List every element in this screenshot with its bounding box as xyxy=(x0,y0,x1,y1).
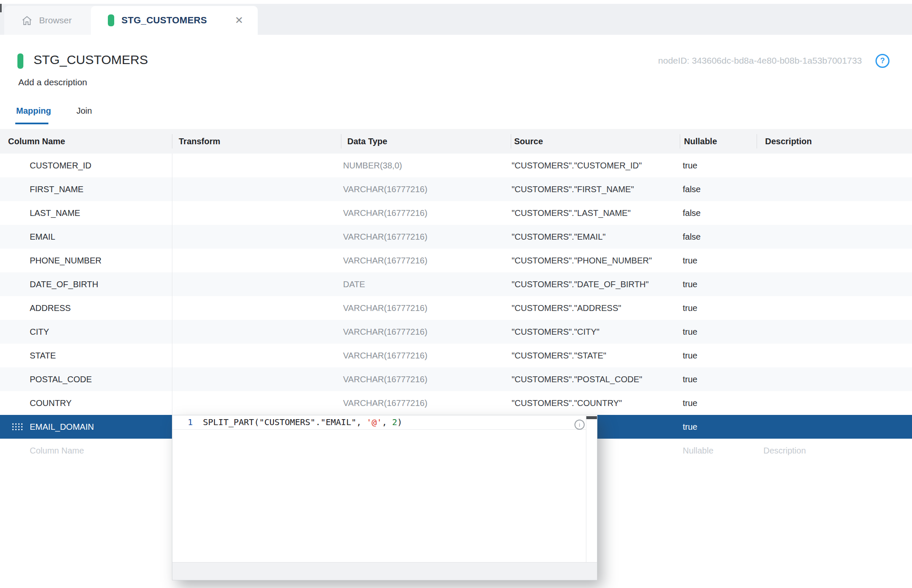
data-type-cell: VARCHAR(16777216) xyxy=(343,177,428,201)
nullable-cell: true xyxy=(683,367,697,391)
nullable-cell: true xyxy=(683,391,697,415)
source-cell: "CUSTOMERS"."ADDRESS" xyxy=(512,296,621,320)
nullable-cell: false xyxy=(683,225,701,249)
info-icon[interactable]: i xyxy=(574,420,585,430)
source-cell: "CUSTOMERS"."EMAIL" xyxy=(512,225,605,249)
table-row[interactable]: CUSTOMER_IDNUMBER(38,0)"CUSTOMERS"."CUST… xyxy=(0,154,912,177)
editor-scrollbar-thumb[interactable] xyxy=(586,416,597,419)
tab-stg-customers-label: STG_CUSTOMERS xyxy=(121,15,207,26)
col-header-source: Source xyxy=(514,129,543,154)
tab-mapping[interactable]: Mapping xyxy=(16,106,51,116)
window-corner xyxy=(0,4,2,12)
data-type-cell: VARCHAR(16777216) xyxy=(343,320,428,344)
source-cell: "CUSTOMERS"."CUSTOMER_ID" xyxy=(512,154,642,177)
nullable-cell: true xyxy=(683,249,697,272)
header-divider xyxy=(511,134,511,148)
nullable-cell: true xyxy=(683,272,697,296)
table-row[interactable]: EMAILVARCHAR(16777216)"CUSTOMERS"."EMAIL… xyxy=(0,225,912,249)
tab-stg-customers[interactable]: STG_CUSTOMERS ✕ xyxy=(91,6,258,35)
column-name-cell: POSTAL_CODE xyxy=(30,367,92,391)
source-cell: "CUSTOMERS"."POSTAL_CODE" xyxy=(512,367,642,391)
nullable-cell: false xyxy=(683,177,701,201)
table-row[interactable]: COUNTRYVARCHAR(16777216)"CUSTOMERS"."COU… xyxy=(0,391,912,415)
col-header-column-name: Column Name xyxy=(8,129,65,154)
code-token: , xyxy=(382,417,392,427)
column-name-cell: EMAIL xyxy=(30,225,55,249)
code-token: 2 xyxy=(392,417,397,427)
table-row[interactable]: CITYVARCHAR(16777216)"CUSTOMERS"."CITY"t… xyxy=(0,320,912,344)
table-body: CUSTOMER_IDNUMBER(38,0)"CUSTOMERS"."CUST… xyxy=(0,154,912,439)
tab-join[interactable]: Join xyxy=(76,106,92,116)
source-cell: "CUSTOMERS"."PHONE_NUMBER" xyxy=(512,249,652,272)
column-name-cell: DATE_OF_BIRTH xyxy=(30,272,99,296)
new-column-description-placeholder: Description xyxy=(763,439,806,462)
editor-scrollbar-track xyxy=(586,415,586,563)
table-row[interactable]: STATEVARCHAR(16777216)"CUSTOMERS"."STATE… xyxy=(0,344,912,367)
tab-browser-label: Browser xyxy=(39,15,72,25)
data-type-cell: NUMBER(38,0) xyxy=(343,154,402,177)
new-column-nullable-placeholder: Nullable xyxy=(683,439,713,462)
column-divider xyxy=(172,154,172,415)
data-type-cell: VARCHAR(16777216) xyxy=(343,249,428,272)
code-token: ) xyxy=(397,417,403,427)
active-tab-underline xyxy=(15,123,48,124)
column-name-cell: STATE xyxy=(30,344,56,367)
table-row[interactable]: DATE_OF_BIRTHDATE"CUSTOMERS"."DATE_OF_BI… xyxy=(0,272,912,296)
transform-editor-popover: 1 SPLIT_PART("CUSTOMERS"."EMAIL", '@', 2… xyxy=(172,415,597,580)
data-type-cell: VARCHAR(16777216) xyxy=(343,367,428,391)
data-type-cell: DATE xyxy=(343,272,365,296)
node-type-icon-large xyxy=(17,53,23,69)
table-header: Column Name Transform Data Type Source N… xyxy=(0,129,912,154)
source-cell: "CUSTOMERS"."STATE" xyxy=(512,344,606,367)
column-name-cell: FIRST_NAME xyxy=(30,177,84,201)
editor-footer xyxy=(172,562,597,580)
table-row[interactable]: POSTAL_CODEVARCHAR(16777216)"CUSTOMERS".… xyxy=(0,367,912,391)
column-name-cell: CITY xyxy=(30,320,49,344)
nullable-cell: true xyxy=(683,296,697,320)
table-row[interactable]: LAST_NAMEVARCHAR(16777216)"CUSTOMERS"."L… xyxy=(0,201,912,225)
column-name-cell: ADDRESS xyxy=(30,296,71,320)
drag-handle-icon xyxy=(12,423,23,431)
new-column-name-placeholder[interactable]: Column Name xyxy=(30,439,84,462)
table-row[interactable]: PHONE_NUMBERVARCHAR(16777216)"CUSTOMERS"… xyxy=(0,249,912,272)
header-divider xyxy=(172,134,172,148)
header-divider xyxy=(341,134,341,148)
drag-handle[interactable] xyxy=(12,423,23,432)
data-type-cell: VARCHAR(16777216) xyxy=(343,225,428,249)
description-placeholder[interactable]: Add a description xyxy=(18,77,87,87)
header-divider xyxy=(757,134,757,148)
col-header-data-type: Data Type xyxy=(347,129,387,154)
table-row[interactable]: ADDRESSVARCHAR(16777216)"CUSTOMERS"."ADD… xyxy=(0,296,912,320)
close-icon[interactable]: ✕ xyxy=(235,15,243,25)
column-name-cell: EMAIL_DOMAIN xyxy=(30,415,94,439)
nullable-cell: true xyxy=(683,320,697,344)
source-cell: "CUSTOMERS"."FIRST_NAME" xyxy=(512,177,634,201)
source-cell: "CUSTOMERS"."DATE_OF_BIRTH" xyxy=(512,272,649,296)
data-type-cell: VARCHAR(16777216) xyxy=(343,344,428,367)
column-name-cell: COUNTRY xyxy=(30,391,72,415)
help-icon[interactable]: ? xyxy=(875,54,889,68)
nullable-cell: true xyxy=(683,344,697,367)
source-cell: "CUSTOMERS"."COUNTRY" xyxy=(512,391,622,415)
tab-bar: Browser STG_CUSTOMERS ✕ xyxy=(0,4,912,35)
source-cell: "CUSTOMERS"."CITY" xyxy=(512,320,600,344)
active-line-separator xyxy=(172,429,586,430)
code-line: SPLIT_PART("CUSTOMERS"."EMAIL", '@', 2) xyxy=(203,415,403,429)
code-token: SPLIT_PART("CUSTOMERS"."EMAIL", xyxy=(203,417,366,427)
node-type-icon xyxy=(108,14,114,26)
code-token: '@' xyxy=(366,417,382,427)
home-icon xyxy=(21,15,33,26)
data-type-cell: VARCHAR(16777216) xyxy=(343,201,428,225)
page-title: STG_CUSTOMERS xyxy=(34,53,148,67)
nullable-cell: true xyxy=(683,154,697,177)
node-mapping-page: Browser STG_CUSTOMERS ✕ STG_CUSTOMERS no… xyxy=(0,0,912,588)
nullable-cell: false xyxy=(683,201,701,225)
transform-code-editor[interactable]: 1 SPLIT_PART("CUSTOMERS"."EMAIL", '@', 2… xyxy=(172,415,597,563)
source-cell: "CUSTOMERS"."LAST_NAME" xyxy=(512,201,631,225)
col-header-nullable: Nullable xyxy=(684,129,717,154)
data-type-cell: VARCHAR(16777216) xyxy=(343,391,428,415)
col-header-description: Description xyxy=(765,129,812,154)
table-row[interactable]: FIRST_NAMEVARCHAR(16777216)"CUSTOMERS"."… xyxy=(0,177,912,201)
code-line-number: 1 xyxy=(183,415,198,429)
data-type-cell: VARCHAR(16777216) xyxy=(343,296,428,320)
